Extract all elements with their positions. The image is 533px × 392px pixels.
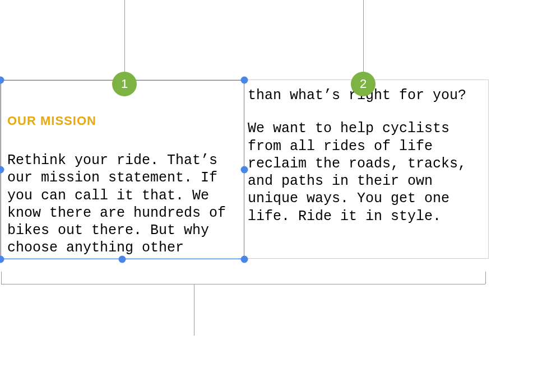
bracket-left-vertical (1, 272, 2, 284)
bracket-stem (194, 284, 194, 335)
text-column-2[interactable]: than what’s right for you? We want to he… (244, 80, 486, 258)
bracket-right-vertical (485, 272, 486, 284)
column1-body: Rethink your ride. That’s our mission st… (7, 152, 236, 257)
linked-text-boxes: OUR MISSION Rethink your ride. That’s ou… (0, 80, 489, 259)
callout-number-2: 2 (360, 77, 367, 91)
callout-line-1 (124, 0, 125, 80)
text-column-1[interactable]: OUR MISSION Rethink your ride. That’s ou… (1, 80, 242, 258)
mission-heading: OUR MISSION (7, 114, 236, 128)
callout-number-1: 1 (121, 77, 128, 91)
callout-badge-1: 1 (112, 72, 137, 96)
resize-handle-ne[interactable] (241, 77, 248, 84)
bracket-horizontal (1, 284, 485, 284)
resize-handle-s[interactable] (119, 256, 126, 263)
resize-handle-e[interactable] (241, 166, 248, 174)
column2-body-b: We want to help cyclists from all rides … (248, 120, 481, 225)
callout-line-2 (363, 0, 364, 80)
callout-badge-2: 2 (351, 72, 376, 96)
resize-handle-se[interactable] (241, 256, 248, 263)
resize-handle-sw[interactable] (0, 256, 4, 263)
